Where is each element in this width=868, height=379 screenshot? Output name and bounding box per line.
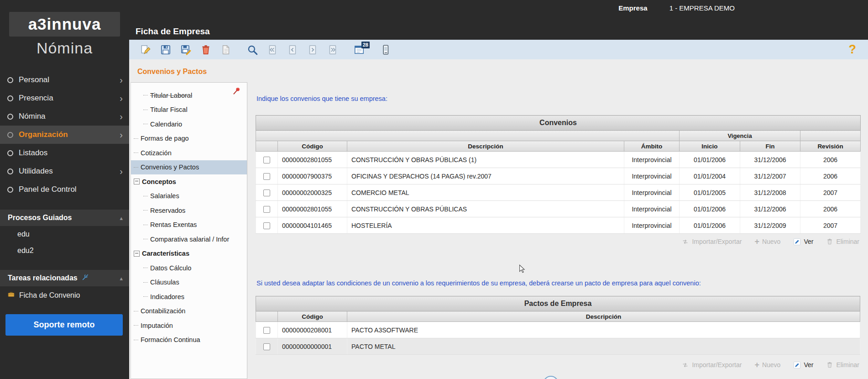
tree-item-label: Titular Fiscal: [150, 106, 188, 113]
sidebar-item-panel-de-control[interactable]: Panel de Control: [0, 180, 129, 199]
bullet-icon: [7, 114, 13, 120]
tree-item-label: Titular Laboral: [150, 92, 192, 99]
revision-cell: 2006: [800, 168, 861, 184]
view-button[interactable]: Ver: [793, 361, 813, 369]
sidebar-item-organizacion[interactable]: Organización ›: [0, 126, 129, 144]
column-header-codigo: Código: [278, 311, 347, 322]
tree-item-indicadores[interactable]: Indicadores: [131, 290, 247, 304]
sidebar-item-presencia[interactable]: Presencia ›: [0, 89, 129, 107]
row-checkbox[interactable]: [263, 222, 270, 229]
tree-connector: [134, 325, 138, 326]
bullet-icon: [7, 77, 13, 83]
help-icon[interactable]: ?: [849, 42, 857, 57]
delete-icon[interactable]: [199, 43, 212, 56]
fin-cell: 31/12/2009: [740, 217, 800, 234]
sidebar-item-nomina[interactable]: Nómina ›: [0, 107, 129, 126]
nav-first-icon[interactable]: [266, 43, 279, 56]
row-checkbox[interactable]: [263, 190, 270, 196]
save-as-icon[interactable]: [179, 43, 192, 56]
tree-item-caracteristicas[interactable]: Características: [131, 247, 247, 261]
tree-item-calendario[interactable]: Calendario: [131, 117, 247, 132]
tree-item-convenios-y-pactos[interactable]: Convenios y Pactos: [131, 160, 247, 175]
company-selector[interactable]: 1 - EMPRESA DEMO: [669, 4, 735, 12]
tree-item-salariales[interactable]: Salariales: [131, 189, 247, 204]
fin-cell: 31/12/2008: [740, 184, 800, 201]
column-header-codigo: Código: [278, 141, 347, 152]
document-icon[interactable]: [220, 43, 232, 56]
search-icon[interactable]: [246, 43, 259, 56]
row-checkbox[interactable]: [263, 343, 270, 350]
convenio-row: 00000002801055 CONSTRUCCIÓN Y OBRAS PÚBL…: [256, 201, 861, 217]
nav-last-icon[interactable]: [326, 43, 339, 56]
save-icon[interactable]: [159, 43, 172, 56]
tree-item-imputacion[interactable]: Imputación: [131, 318, 247, 333]
pacto-row: 00000000208001 PACTO A3SOFTWARE: [256, 322, 860, 338]
tree-item-titular-fiscal[interactable]: Titular Fiscal: [131, 103, 247, 117]
sidebar-item-listados[interactable]: Listados: [0, 144, 129, 162]
action-label: Eliminar: [836, 361, 859, 368]
nav-next-icon[interactable]: [306, 43, 319, 56]
convenios-table-wrap: Convenios Vigencia Código Descripción Ám…: [256, 115, 860, 234]
edit-icon[interactable]: [139, 43, 152, 56]
row-checkbox[interactable]: [263, 173, 270, 180]
tree-item-titular-laboral[interactable]: Titular Laboral: [131, 88, 247, 103]
import-export-button[interactable]: Importar/Exportar: [681, 238, 742, 246]
tree-item-label: Reservados: [150, 207, 185, 214]
sidebar-item-edu2[interactable]: edu2: [0, 242, 129, 259]
tree-item-comparativa-salarial[interactable]: Comparativa salarial / Infor: [131, 232, 247, 247]
section-procesos-guiados[interactable]: Procesos Guiados ▴: [0, 210, 129, 226]
row-checkbox[interactable]: [263, 206, 270, 213]
tree-connector: [143, 110, 148, 110]
section-heading: Convenios y Pactos: [137, 68, 207, 76]
new-button[interactable]: + Nuevo: [754, 361, 780, 369]
tree-item-datos-calculo[interactable]: Datos Cálculo: [131, 261, 247, 275]
sidebar-item-edu[interactable]: edu: [0, 226, 129, 242]
tree-connector: [143, 225, 148, 225]
sidebar-item-label: Panel de Control: [19, 185, 77, 194]
convenio-row: 00000002000325 COMERCIO METAL Interprovi…: [256, 184, 861, 201]
tree-connector: [134, 311, 138, 311]
tree-item-cotizacion[interactable]: Cotización: [131, 146, 247, 160]
sidebar-item-ficha-de-convenio[interactable]: Ficha de Convenio: [0, 286, 129, 304]
row-checkbox[interactable]: [263, 327, 270, 334]
column-header-revision: Revisión: [800, 141, 861, 152]
tree-item-reservados[interactable]: Reservados: [131, 203, 247, 218]
tree-item-formacion-continua[interactable]: Formación Continua: [131, 333, 247, 347]
codigo-cell: 00000004101465: [278, 217, 347, 234]
descripcion-cell: COMERCIO METAL: [347, 184, 624, 201]
convenios-table: Convenios Vigencia Código Descripción Ám…: [256, 115, 861, 234]
action-label: Importar/Exportar: [692, 361, 742, 368]
convenios-actions: Importar/Exportar + Nuevo Ver Eliminar: [681, 237, 859, 246]
codigo-cell: 00000002801055: [278, 201, 347, 217]
view-button[interactable]: Ver: [793, 238, 813, 246]
nav-previous-icon[interactable]: [286, 43, 299, 56]
new-button[interactable]: + Nuevo: [754, 237, 780, 246]
delete-button[interactable]: Eliminar: [826, 361, 859, 368]
tree-item-label: Formación Continua: [141, 336, 200, 343]
import-export-button[interactable]: Importar/Exportar: [681, 361, 742, 369]
device-icon[interactable]: [379, 43, 392, 56]
remote-support-button[interactable]: Soporte remoto: [5, 314, 123, 336]
tree-item-clausulas[interactable]: Cláusulas: [131, 275, 247, 290]
row-checkbox[interactable]: [263, 157, 270, 163]
column-header-fin: Fin: [740, 141, 800, 152]
inicio-cell: 01/01/2006: [680, 201, 740, 217]
tree-connector: [143, 95, 148, 95]
tree-item-conceptos[interactable]: Conceptos: [131, 174, 247, 189]
section-tareas-relacionadas[interactable]: Tareas relacionadas ▴: [0, 270, 129, 286]
column-header-inicio: Inicio: [680, 141, 740, 152]
tree-nav: Titular Laboral Titular Fiscal Calendari…: [131, 88, 247, 347]
sidebar-item-utilidades[interactable]: Utilidades ›: [0, 162, 129, 180]
revision-cell: 2006: [800, 152, 861, 168]
sidebar-item-personal[interactable]: Personal ›: [0, 71, 129, 89]
chevron-right-icon: ›: [120, 112, 123, 121]
tree-item-contabilizacion[interactable]: Contabilización: [131, 304, 247, 319]
delete-button[interactable]: Eliminar: [826, 238, 859, 245]
collapse-minus-icon[interactable]: [134, 251, 140, 257]
collapse-minus-icon[interactable]: [134, 179, 140, 184]
tree-item-formas-de-pago[interactable]: Formas de pago: [131, 132, 247, 146]
descripcion-cell: CONSTRUCCIÓN Y OBRAS PÚBLICAS (1): [347, 152, 624, 168]
tree-connector: [143, 239, 148, 239]
calendar-icon[interactable]: 28: [353, 43, 366, 56]
tree-item-rentas-exentas[interactable]: Rentas Exentas: [131, 218, 247, 232]
